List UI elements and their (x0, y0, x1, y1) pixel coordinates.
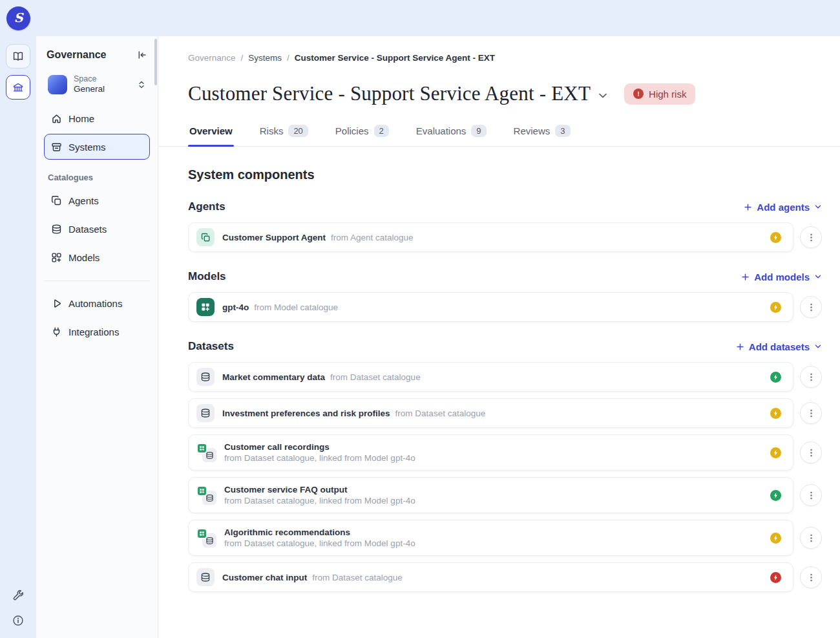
component-card[interactable]: Investment preferences and risk profiles… (188, 398, 793, 428)
model-mini-icon (196, 485, 207, 496)
rail-library-button[interactable] (6, 44, 30, 69)
collapse-icon (137, 50, 147, 60)
component-card[interactable]: Algorithmic recommendations from Dataset… (188, 520, 793, 556)
sidebar-item-automations[interactable]: Automations (44, 290, 150, 316)
breadcrumb: Governance/Systems/Customer Service - Su… (188, 53, 822, 63)
tab-label: Risks (260, 125, 284, 136)
component-row: Customer chat input from Dataset catalog… (188, 562, 822, 592)
item-menu-button[interactable] (800, 484, 822, 506)
risk-icon (633, 89, 644, 99)
rail-tools-button[interactable] (12, 590, 25, 602)
item-menu-button[interactable] (800, 402, 822, 424)
item-menu-button[interactable] (800, 226, 822, 248)
space-label: Space (74, 74, 105, 84)
tools-icon (12, 590, 25, 602)
component-row: Customer Support Agent from Agent catalo… (188, 222, 822, 252)
group-datasets: Datasets Add datasets Market commentary … (188, 340, 822, 592)
tab-risks[interactable]: Risks20 (258, 122, 310, 146)
main-content: Governance/Systems/Customer Service - Su… (158, 36, 840, 638)
tab-overview[interactable]: Overview (188, 122, 234, 146)
component-card[interactable]: Customer chat input from Dataset catalog… (188, 562, 793, 592)
logo-glyph: S (14, 12, 23, 24)
ellipsis-icon (806, 372, 816, 382)
collapse-sidebar-button[interactable] (137, 50, 147, 60)
group-header: Datasets Add datasets (188, 340, 822, 353)
item-menu-button[interactable] (800, 441, 822, 463)
sidebar-item-agents[interactable]: Agents (44, 187, 150, 213)
sidebar-item-label: Automations (68, 298, 122, 309)
component-card[interactable]: Customer service FAQ output from Dataset… (188, 477, 793, 513)
models-icon (51, 252, 62, 263)
component-card[interactable]: Customer Support Agent from Agent catalo… (188, 222, 793, 252)
group-title: Agents (188, 200, 226, 213)
space-selector[interactable]: Space General (43, 71, 151, 98)
title-dropdown-chevron[interactable] (597, 90, 609, 101)
model-mini-icon (196, 528, 207, 539)
group-agents: Agents Add agents Customer Support Agent… (188, 200, 822, 252)
space-icon (48, 75, 67, 94)
sidebar-item-integrations[interactable]: Integrations (44, 319, 150, 345)
component-text: Market commentary data from Dataset cata… (222, 372, 421, 382)
catalogues-section-label: Catalogues (36, 160, 158, 187)
component-text: Customer Support Agent from Agent catalo… (222, 233, 414, 242)
add-models-button[interactable]: Add models (741, 271, 822, 282)
integrations-icon (51, 326, 62, 337)
status-red-icon (770, 572, 781, 583)
home-icon (51, 113, 62, 124)
tab-evaluations[interactable]: Evaluations9 (415, 122, 488, 146)
item-menu-button[interactable] (800, 566, 822, 588)
app-root: S Governance Space General HomeSystems C… (0, 0, 840, 638)
section-title: System components (188, 167, 822, 182)
card-list: gpt-4o from Model catalogue (188, 292, 822, 322)
component-description: from Model catalogue (254, 303, 338, 312)
sidebar-item-label: Systems (68, 142, 106, 153)
rail-footer (12, 590, 25, 630)
sidebar-item-datasets[interactable]: Datasets (44, 216, 150, 242)
component-name: Customer Support Agent (222, 233, 326, 242)
component-card[interactable]: Market commentary data from Dataset cata… (188, 362, 793, 392)
sidebar-item-models[interactable]: Models (44, 244, 150, 270)
component-description: from Dataset catalogue, linked from Mode… (224, 538, 415, 548)
risk-label: High risk (649, 89, 686, 100)
tab-count-badge: 20 (288, 125, 308, 137)
sidebar-item-home[interactable]: Home (44, 105, 150, 131)
tab-policies[interactable]: Policies2 (334, 122, 390, 146)
tab-reviews[interactable]: Reviews3 (512, 122, 572, 146)
item-menu-button[interactable] (800, 527, 822, 549)
space-name: General (74, 84, 105, 94)
breadcrumb-item[interactable]: Governance (188, 53, 236, 63)
sidebar: Governance Space General HomeSystems Cat… (36, 36, 158, 638)
sidebar-nav-tools: AutomationsIntegrations (36, 290, 158, 345)
sidebar-item-label: Datasets (68, 224, 107, 235)
sidebar-item-label: Models (68, 252, 100, 263)
sidebar-scrollbar[interactable] (154, 39, 157, 85)
breadcrumb-item[interactable]: Systems (248, 53, 282, 63)
tab-count-badge: 2 (374, 125, 389, 137)
rail-info-button[interactable] (12, 615, 24, 626)
chevron-down-icon (597, 90, 609, 101)
add-agents-button[interactable]: Add agents (744, 202, 822, 213)
sidebar-item-systems[interactable]: Systems (44, 134, 150, 160)
component-name: Market commentary data (222, 372, 325, 382)
component-description: from Agent catalogue (331, 233, 414, 242)
add-label: Add models (754, 271, 810, 282)
component-row: Investment preferences and risk profiles… (188, 398, 822, 428)
app-logo[interactable]: S (6, 6, 30, 30)
sidebar-item-label: Integrations (68, 326, 119, 337)
component-name: Customer call recordings (224, 442, 415, 452)
component-row: gpt-4o from Model catalogue (188, 292, 822, 322)
risk-badge: High risk (624, 83, 695, 105)
status-yellow-icon (770, 533, 781, 544)
sidebar-title: Governance (47, 49, 106, 61)
component-card[interactable]: gpt-4o from Model catalogue (188, 292, 793, 322)
rail-governance-button[interactable] (6, 75, 30, 100)
component-row: Customer call recordings from Dataset ca… (188, 434, 822, 471)
breadcrumb-separator: / (241, 53, 244, 63)
bank-icon (12, 81, 24, 93)
component-card[interactable]: Customer call recordings from Dataset ca… (188, 434, 793, 471)
ellipsis-icon (806, 533, 816, 543)
item-menu-button[interactable] (800, 366, 822, 388)
item-menu-button[interactable] (800, 296, 822, 318)
status-green-icon (770, 490, 781, 501)
add-datasets-button[interactable]: Add datasets (736, 341, 822, 352)
